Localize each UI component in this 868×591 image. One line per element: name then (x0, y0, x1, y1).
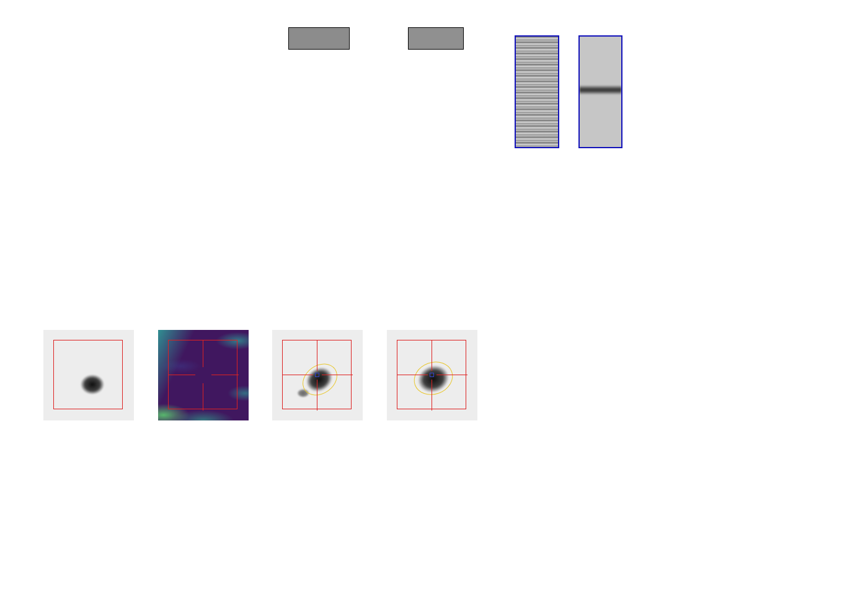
weighted-sum-pixelflat (350, 27, 406, 48)
spec2d-panel (273, 17, 491, 169)
lineflux-map-plot (158, 330, 249, 420)
hsc-r-plot (387, 330, 477, 420)
extraction-box (168, 340, 237, 409)
cutout-lineflux-map (158, 319, 249, 447)
withsky-image (515, 35, 559, 148)
cutout-kpno-g (272, 319, 363, 447)
fiber-positions-plot (43, 330, 134, 420)
line-fit-chart (639, 29, 825, 135)
cleanimage-image (578, 35, 622, 148)
cleanimage-trace (580, 85, 621, 95)
extraction-box (53, 340, 123, 409)
main-spectrum-chart (50, 208, 812, 282)
weighted-sum-smoothed (408, 27, 464, 50)
kpno-g-plot (272, 330, 363, 420)
center-marker (315, 373, 319, 377)
cutout-fiber-positions (43, 319, 134, 447)
cutout-hsc-r (387, 319, 477, 447)
center-marker (430, 373, 434, 377)
weighted-sum-2dspec (288, 27, 350, 50)
